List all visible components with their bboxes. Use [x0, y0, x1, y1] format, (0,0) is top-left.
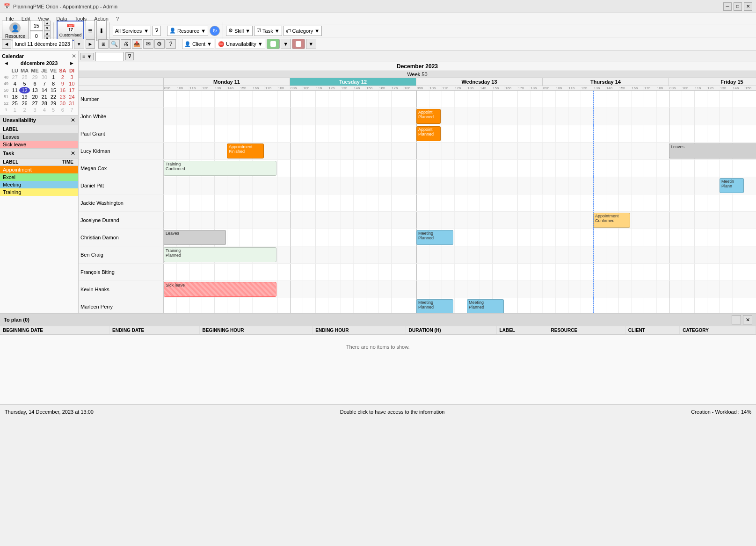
cal-day[interactable]: 21 [40, 93, 49, 100]
settings-btn[interactable]: ⚙ [154, 39, 165, 49]
cal-next-btn[interactable]: ► [67, 60, 76, 66]
resource-button[interactable]: 👤 Resource [2, 21, 29, 41]
to-plan-minimize-btn[interactable]: ─ [732, 315, 741, 324]
cal-day[interactable]: 13 [30, 87, 40, 93]
unavailability-item[interactable]: Leaves [0, 133, 78, 141]
circle-btn-1[interactable]: ↻ [210, 26, 220, 36]
cal-day[interactable]: 10 [67, 80, 76, 87]
calendar-close-icon[interactable]: ✕ [72, 53, 76, 59]
row-cells-8[interactable]: LeavesMeeting Planned [164, 229, 756, 246]
cal-day[interactable]: 16 [58, 87, 67, 93]
cal-day[interactable]: 26 [19, 100, 29, 107]
cal-day[interactable]: 30 [58, 100, 67, 107]
event-3[interactable]: Appointment Finished [227, 144, 264, 158]
spinner-up-2[interactable]: ▲ [44, 31, 51, 36]
row-cells-1[interactable]: Appoint Planned [164, 108, 756, 125]
cal-day[interactable]: 27 [10, 74, 19, 80]
row-cells-3[interactable]: Appointment FinishedLeaves [164, 143, 756, 159]
close-button[interactable]: ✕ [744, 2, 752, 11]
cal-day[interactable]: 18 [10, 93, 19, 100]
cal-prev-btn[interactable]: ◄ [2, 60, 11, 66]
filter-button[interactable]: ⊽ [153, 26, 161, 36]
cal-day[interactable]: 19 [19, 93, 29, 100]
cal-day[interactable]: 28 [40, 100, 49, 107]
event-9[interactable]: Training Planned [164, 247, 276, 262]
event-5[interactable]: Meetin Plann [720, 178, 744, 193]
date-next-btn[interactable]: ► [86, 39, 95, 49]
cal-day[interactable]: 5 [49, 107, 58, 113]
cal-day[interactable]: 1 [10, 107, 19, 113]
cal-day[interactable]: 1 [49, 74, 58, 80]
spinner-up-1[interactable]: ▲ [44, 21, 51, 26]
print-btn[interactable]: 🖨 [121, 39, 131, 49]
cal-day[interactable]: 29 [30, 74, 40, 80]
unavailability-dropdown[interactable]: ⛔ Unavailability ▼ [216, 39, 265, 49]
minimize-button[interactable]: ─ [723, 2, 732, 11]
row-cells-0[interactable] [164, 91, 756, 108]
cal-day[interactable]: 2 [58, 74, 67, 80]
toggle-arrow-1[interactable]: ▼ [281, 39, 291, 49]
cal-day[interactable]: 5 [19, 80, 29, 87]
cal-day[interactable]: 7 [67, 107, 76, 113]
task-item[interactable]: Training [0, 188, 78, 196]
event-3[interactable]: Leaves [669, 144, 756, 158]
cal-day[interactable]: 2 [19, 107, 29, 113]
cal-day[interactable]: 9 [58, 80, 67, 87]
task-close-icon[interactable]: ✕ [71, 150, 75, 157]
list-view-button[interactable]: ≡ [86, 21, 94, 41]
row-cells-6[interactable] [164, 194, 756, 211]
event-7[interactable]: Appointment Confirmed [593, 213, 630, 228]
cal-day[interactable]: 4 [10, 80, 19, 87]
cal-day[interactable]: 27 [30, 100, 40, 107]
toggle-btn-2[interactable] [292, 39, 305, 49]
cal-day[interactable]: 31 [67, 100, 76, 107]
row-cells-11[interactable]: Sick leave [164, 281, 756, 298]
row-cells-12[interactable]: Meeting PlannedMeeting Planned [164, 298, 756, 313]
cal-day[interactable]: 28 [19, 74, 29, 80]
to-plan-close-btn[interactable]: ✕ [743, 315, 752, 324]
view-btn-1[interactable]: ⊞ [98, 39, 109, 49]
event-1[interactable]: Appoint Planned [416, 109, 441, 124]
all-services-dropdown[interactable]: All Services ▼ [113, 26, 151, 36]
client-dropdown[interactable]: 👤 Client ▼ [182, 39, 214, 49]
toggle-btn-1[interactable] [267, 39, 280, 49]
scheduler-scroll-area[interactable]: NumberJohn WhiteAppoint PlannedPaul Gran… [79, 91, 756, 313]
view-options-button[interactable]: ⬇ [96, 21, 107, 41]
cal-day[interactable]: 4 [40, 107, 49, 113]
cal-day[interactable]: 11 [10, 87, 19, 93]
spinner-input-1[interactable] [30, 21, 43, 31]
scheduler-filter-btn[interactable]: ⊽ [125, 52, 134, 60]
calendar-picker-btn[interactable]: ▾ [74, 39, 84, 49]
task-dropdown[interactable]: ☑ Task ▼ [254, 26, 282, 36]
event-8[interactable]: Meeting Planned [416, 230, 453, 245]
cal-day[interactable]: 30 [40, 74, 49, 80]
cal-day[interactable]: 17 [67, 87, 76, 93]
cal-day[interactable]: 15 [49, 87, 58, 93]
spinner-down-1[interactable]: ▼ [44, 26, 51, 31]
row-cells-7[interactable]: Appointment Confirmed [164, 212, 756, 229]
cal-day[interactable]: 6 [58, 107, 67, 113]
cal-day[interactable]: 8 [49, 80, 58, 87]
cal-day[interactable]: 22 [49, 93, 58, 100]
scheduler-list-btn[interactable]: ≡ ▼ [80, 53, 94, 60]
cal-day[interactable]: 6 [30, 80, 40, 87]
task-item[interactable]: Excel [0, 173, 78, 181]
toggle-arrow-2[interactable]: ▼ [306, 39, 316, 49]
cal-day[interactable]: 3 [30, 107, 40, 113]
task-item[interactable]: Meeting [0, 181, 78, 188]
export-btn[interactable]: 📤 [132, 39, 142, 49]
task-item[interactable]: Appointment [0, 166, 78, 173]
category-dropdown[interactable]: 🏷 Category ▼ [284, 26, 322, 36]
cal-day[interactable]: 23 [58, 93, 67, 100]
cal-day[interactable]: 14 [40, 87, 49, 93]
row-cells-5[interactable]: Meetin Plann [164, 177, 756, 194]
unavailability-item[interactable]: Sick leave [0, 141, 78, 148]
help-btn[interactable]: ? [166, 39, 176, 49]
resource-dropdown[interactable]: 👤 Resource ▼ [167, 26, 208, 36]
skill-dropdown[interactable]: ⚙ Skill ▼ [226, 26, 253, 36]
menu-item-?[interactable]: ? [112, 15, 123, 22]
cal-day[interactable]: 24 [67, 93, 76, 100]
event-12[interactable]: Meeting Planned [416, 299, 453, 313]
event-4[interactable]: Training Confirmed [164, 161, 276, 176]
cal-day[interactable]: 7 [40, 80, 49, 87]
